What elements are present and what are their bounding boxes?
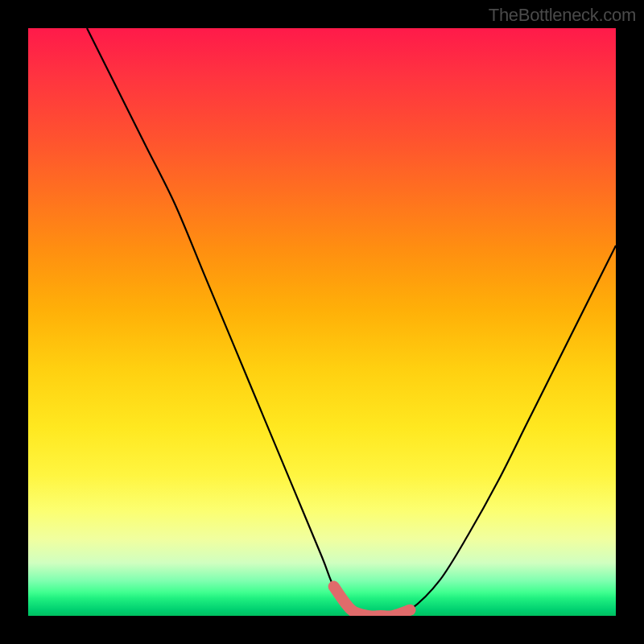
plot-area [28,28,616,616]
chart-container: TheBottleneck.com [0,0,644,644]
watermark-text: TheBottleneck.com [489,5,636,26]
bottleneck-curve [28,28,616,616]
